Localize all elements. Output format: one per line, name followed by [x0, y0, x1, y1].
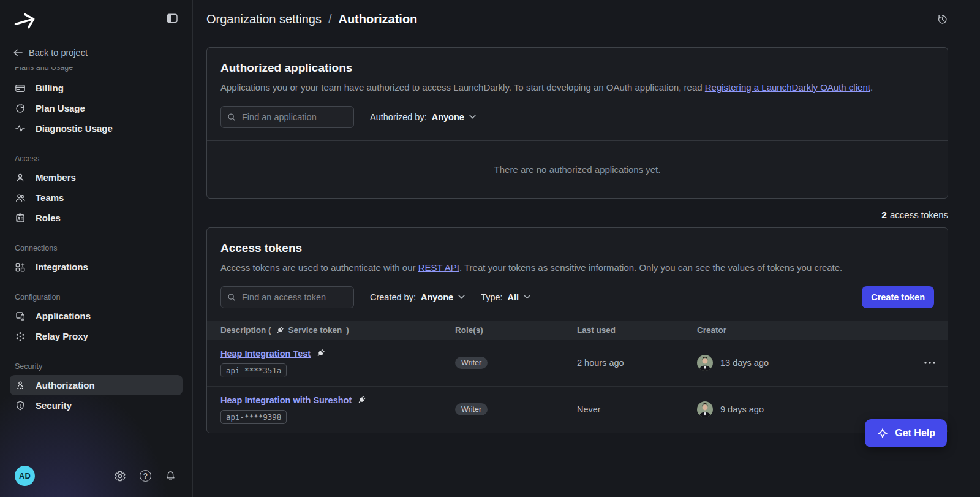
app-root: Back to project Plans and Usage Billing … — [0, 0, 980, 497]
column-description: Description ( — [221, 325, 271, 335]
filter-value: All — [508, 292, 519, 302]
sidebar-item-label: Roles — [36, 213, 61, 223]
token-row: Heap Integration Test api-****351a — [207, 340, 948, 386]
token-search-input[interactable] — [241, 292, 347, 303]
sidebar-item-label: Relay Proxy — [36, 331, 88, 341]
token-name-link[interactable]: Heap Integration Test — [221, 349, 311, 359]
sidebar-nav: Plans and Usage Billing Plan Usage — [0, 58, 192, 466]
application-search-input[interactable] — [241, 112, 347, 123]
ellipsis-icon — [924, 362, 935, 364]
access-tokens-title: Access tokens — [221, 241, 934, 255]
service-token-icon — [316, 349, 325, 358]
breadcrumb-separator: / — [328, 12, 332, 26]
help-icon: ? — [140, 470, 151, 482]
created-by-filter[interactable]: Created by: Anyone — [370, 292, 465, 302]
devices-icon — [15, 311, 26, 322]
role-badge: Writer — [455, 403, 488, 415]
back-to-project-label: Back to project — [29, 48, 88, 58]
creator-avatar — [697, 401, 713, 417]
get-help-label: Get Help — [895, 428, 935, 439]
settings-button[interactable] — [114, 470, 126, 482]
sidebar-item-teams[interactable]: Teams — [10, 188, 183, 208]
access-tokens-card: Access tokens Access tokens are used to … — [206, 227, 948, 433]
person-dots-icon — [15, 380, 26, 391]
token-row: Heap Integration with Sureshot api-****9… — [207, 386, 948, 433]
collapse-sidebar-button[interactable] — [167, 13, 178, 23]
sidebar-item-billing[interactable]: Billing — [10, 78, 183, 98]
service-token-icon — [276, 326, 284, 335]
creator-avatar — [697, 355, 713, 371]
token-count-label: access tokens — [890, 210, 948, 220]
token-name-link[interactable]: Heap Integration with Sureshot — [221, 395, 352, 405]
sidebar-item-members[interactable]: Members — [10, 167, 183, 188]
authorized-by-filter[interactable]: Authorized by: Anyone — [370, 112, 476, 122]
blocks-plus-icon — [15, 262, 26, 273]
filter-label: Type: — [481, 292, 502, 302]
column-description-service: Service token — [288, 325, 342, 335]
breadcrumb-root[interactable]: Organization settings — [206, 12, 322, 26]
collapse-sidebar-icon — [167, 13, 178, 23]
sidebar-item-label: Integrations — [36, 262, 88, 272]
sidebar-item-label: Billing — [36, 83, 64, 93]
gear-icon — [114, 470, 126, 482]
authorized-applications-empty-state: There are no authorized applications yet… — [207, 140, 948, 198]
column-roles: Role(s) — [455, 325, 577, 335]
sidebar-item-relay-proxy[interactable]: Relay Proxy — [10, 326, 183, 346]
arrow-logo-icon — [12, 9, 37, 31]
chevron-down-icon — [458, 295, 465, 299]
authorized-applications-title: Authorized applications — [221, 61, 934, 75]
authorized-applications-description: Applications you or your team have autho… — [221, 80, 934, 96]
tokens-table-header: Description ( Service token ) Role(s) La… — [207, 321, 948, 340]
sidebar-item-label: Security — [36, 400, 72, 411]
sidebar-item-plan-usage[interactable]: Plan Usage — [10, 98, 183, 118]
rest-api-link[interactable]: REST API — [418, 262, 459, 273]
create-token-button[interactable]: Create token — [862, 286, 934, 308]
sidebar-item-label: Plan Usage — [36, 103, 85, 113]
chevron-down-icon — [524, 295, 530, 299]
description-text: Access tokens are used to authenticate w… — [221, 262, 418, 273]
back-to-project-link[interactable]: Back to project — [0, 48, 192, 58]
sidebar-item-authorization[interactable]: Authorization — [10, 375, 183, 395]
section-label-connections: Connections — [15, 244, 178, 252]
sidebar-item-applications[interactable]: Applications — [10, 306, 183, 326]
sidebar-item-integrations[interactable]: Integrations — [10, 257, 183, 277]
oauth-docs-link[interactable]: Registering a LaunchDarkly OAuth client — [705, 82, 870, 93]
bell-icon — [165, 470, 176, 482]
page-title: Authorization — [338, 12, 417, 26]
type-filter[interactable]: Type: All — [481, 292, 530, 302]
section-label-plans-and-usage: Plans and Usage — [15, 67, 178, 72]
description-text-end: . — [870, 82, 873, 93]
help-button[interactable]: ? — [140, 470, 151, 482]
user-avatar[interactable]: AD — [15, 466, 35, 486]
shield-icon — [15, 400, 26, 411]
section-label-security: Security — [15, 362, 178, 371]
notifications-button[interactable] — [165, 470, 176, 482]
row-actions-button[interactable] — [924, 359, 935, 366]
id-badge-icon — [15, 213, 26, 224]
sidebar-item-security[interactable]: Security — [10, 395, 183, 415]
sidebar-item-roles[interactable]: Roles — [10, 208, 183, 228]
activity-icon — [15, 123, 26, 134]
sidebar-item-diagnostic-usage[interactable]: Diagnostic Usage — [10, 118, 183, 138]
get-help-button[interactable]: Get Help — [865, 419, 947, 447]
history-button[interactable] — [937, 13, 948, 25]
search-icon — [227, 113, 236, 121]
creator-time: 13 days ago — [720, 358, 769, 368]
section-label-configuration: Configuration — [15, 293, 178, 302]
launchdarkly-logo[interactable] — [12, 9, 37, 33]
filter-label: Created by: — [370, 292, 416, 302]
token-search — [221, 286, 354, 308]
nodes-icon — [15, 331, 26, 342]
service-token-icon — [357, 395, 366, 404]
token-count-number: 2 — [881, 210, 887, 221]
sparkle-icon — [876, 427, 889, 439]
column-creator: Creator — [697, 325, 913, 335]
pie-chart-icon — [15, 103, 26, 114]
sidebar-footer: AD ? — [0, 466, 192, 497]
authorized-applications-card: Authorized applications Applications you… — [206, 47, 948, 199]
search-icon — [227, 293, 236, 302]
people-icon — [15, 192, 26, 203]
access-tokens-count: 2 access tokens — [206, 210, 948, 221]
token-value-chip: api-****351a — [221, 363, 287, 377]
access-tokens-description: Access tokens are used to authenticate w… — [221, 260, 934, 276]
